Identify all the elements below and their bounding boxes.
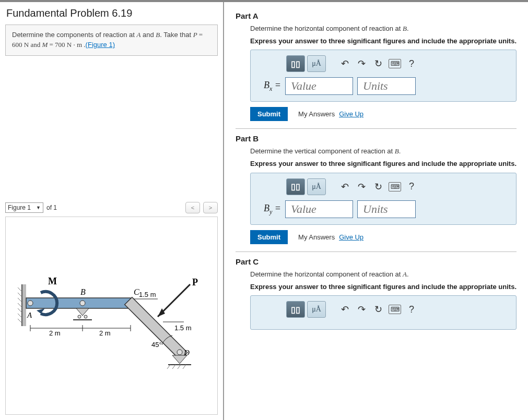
svg-line-4	[18, 298, 22, 302]
part-B-desc-pre: Determine the vertical component of reac…	[250, 147, 395, 155]
svg-line-22	[178, 365, 181, 369]
fig-label-P: P	[192, 277, 198, 287]
reset-button[interactable]: ↻	[371, 56, 385, 71]
part-C-desc: Determine the horizontal component of re…	[250, 270, 517, 279]
help-icon: ?	[409, 304, 414, 315]
units-helper-button[interactable]: μÅ	[307, 55, 326, 72]
svg-point-12	[78, 315, 81, 318]
part-A-desc: Determine the horizontal component of re…	[250, 25, 517, 33]
template-icon: ▯▯	[291, 182, 300, 191]
part-B-var: B	[264, 203, 269, 213]
keyboard-button[interactable]: ⌨	[388, 302, 402, 317]
problem-statement: Determine the components of reaction at …	[5, 25, 218, 56]
figure-selected-label: Figure 1	[8, 204, 31, 211]
part-A-desc-post: .	[407, 25, 409, 32]
template-button[interactable]: ▯▯	[286, 178, 305, 195]
part-C-instr: Express your answer to three significant…	[250, 282, 517, 292]
part-A-giveup[interactable]: Give Up	[339, 110, 363, 118]
fig-dim-3: 1.5 m	[139, 291, 156, 298]
part-B-var-label: By =	[259, 203, 281, 216]
stmt-text: Determine the components of reaction at	[12, 31, 136, 39]
svg-line-6	[18, 308, 22, 313]
units-helper-button[interactable]: μÅ	[307, 178, 326, 195]
svg-line-23	[183, 365, 186, 369]
units-helper-button[interactable]: μÅ	[307, 301, 326, 318]
part-A-answer-box: ▯▯ μÅ ↶ ↷ ↻ ⌨ ? Bx =	[250, 50, 517, 102]
part-B-desc-var: B	[395, 147, 399, 155]
part-A-units-input[interactable]	[357, 77, 416, 95]
figure-next-button[interactable]: >	[203, 202, 218, 213]
keyboard-icon: ⌨	[389, 59, 401, 68]
svg-line-8	[18, 319, 22, 323]
chevron-down-icon: ▼	[36, 205, 41, 210]
figure-prev-button[interactable]: <	[185, 202, 200, 213]
part-A-desc-pre: Determine the horizontal component of re…	[250, 25, 403, 32]
reset-button[interactable]: ↻	[371, 179, 385, 194]
svg-line-2	[18, 287, 22, 292]
part-B-my-answers[interactable]: My Answers	[298, 233, 335, 241]
svg-line-20	[167, 365, 170, 369]
separator	[236, 128, 517, 129]
svg-line-21	[172, 365, 175, 369]
part-B-sub: y	[269, 208, 272, 215]
part-C-desc-post: .	[407, 270, 409, 278]
undo-button[interactable]: ↶	[337, 302, 352, 317]
part-A-title: Part A	[236, 11, 517, 20]
keyboard-icon: ⌨	[389, 182, 401, 191]
svg-line-3	[18, 293, 22, 297]
part-C-desc-var: A	[403, 270, 407, 278]
part-B-title: Part B	[236, 134, 517, 143]
keyboard-button[interactable]: ⌨	[388, 179, 402, 194]
redo-icon: ↷	[358, 58, 366, 69]
part-B-units-input[interactable]	[357, 200, 416, 218]
fig-label-A: A	[27, 311, 32, 319]
part-B-giveup[interactable]: Give Up	[339, 233, 363, 241]
undo-button[interactable]: ↶	[337, 179, 352, 194]
part-A-submit-button[interactable]: Submit	[250, 107, 288, 121]
part-A-var-label: Bx =	[259, 80, 281, 93]
part-B-submit-button[interactable]: Submit	[250, 230, 288, 244]
help-button[interactable]: ?	[404, 56, 419, 71]
svg-point-11	[80, 301, 85, 306]
help-button[interactable]: ?	[404, 302, 419, 317]
template-button[interactable]: ▯▯	[286, 55, 305, 72]
redo-button[interactable]: ↷	[354, 179, 369, 194]
fig-dim-1: 2 m	[49, 329, 61, 337]
figure-count: of 1	[46, 204, 57, 211]
svg-point-13	[84, 315, 87, 318]
svg-marker-15	[37, 308, 45, 314]
units-helper-icon: μÅ	[312, 59, 321, 68]
undo-icon: ↶	[341, 304, 349, 315]
svg-line-5	[18, 303, 22, 307]
part-B-value-input[interactable]	[285, 200, 353, 218]
undo-button[interactable]: ↶	[337, 56, 352, 71]
part-A: Part A Determine the horizontal componen…	[236, 11, 517, 121]
part-B: Part B Determine the vertical component …	[236, 134, 517, 244]
fig-label-B: B	[80, 287, 86, 296]
svg-point-10	[28, 301, 33, 306]
help-button[interactable]: ?	[404, 179, 419, 194]
part-A-value-input[interactable]	[285, 77, 353, 95]
reset-icon: ↻	[374, 304, 382, 315]
redo-icon: ↷	[358, 181, 366, 193]
redo-button[interactable]: ↷	[354, 302, 369, 317]
help-icon: ?	[409, 181, 414, 192]
figure-svg: M B C P A D 2 m 2 m 1.5 m 1.5 m 45°	[18, 253, 206, 378]
part-A-var: B	[264, 80, 269, 90]
keyboard-button[interactable]: ⌨	[388, 56, 402, 71]
reset-button[interactable]: ↻	[371, 302, 385, 317]
redo-button[interactable]: ↷	[354, 56, 369, 71]
figure-link[interactable]: (Figure 1)	[86, 41, 115, 49]
part-C: Part C Determine the horizontal componen…	[236, 257, 517, 330]
figure-select[interactable]: Figure 1 ▼	[5, 202, 43, 213]
fig-angle: 45°	[151, 341, 162, 349]
svg-point-18	[177, 350, 182, 355]
part-A-sub: x	[269, 85, 272, 92]
fig-label-D: D	[183, 349, 190, 357]
template-button[interactable]: ▯▯	[286, 301, 305, 318]
units-helper-icon: μÅ	[312, 183, 321, 191]
reset-icon: ↻	[374, 58, 382, 69]
part-A-my-answers[interactable]: My Answers	[298, 110, 335, 118]
redo-icon: ↷	[358, 304, 366, 315]
help-icon: ?	[409, 58, 414, 69]
